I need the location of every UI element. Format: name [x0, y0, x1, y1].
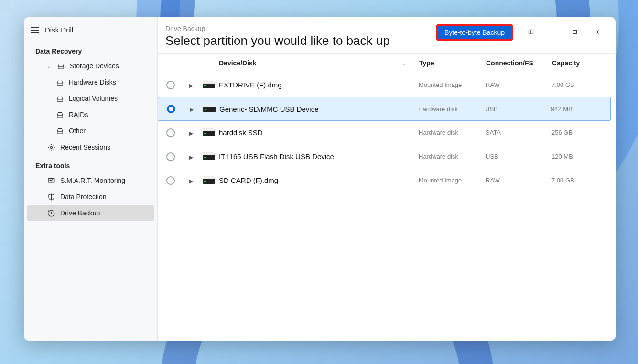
device-name: SD CARD (F).dmg: [219, 176, 278, 184]
sidebar-item-other[interactable]: Other: [27, 123, 154, 139]
sidebar-item-label: Recent Sessions: [60, 143, 110, 151]
sidebar-item-label: Drive Backup: [60, 209, 100, 217]
device-connection: RAW: [479, 177, 545, 184]
chevron-right-icon[interactable]: ▶: [190, 107, 194, 112]
device-capacity: 256 GB: [545, 129, 602, 136]
close-button[interactable]: [586, 25, 608, 39]
sidebar-item-label: Data Protection: [60, 193, 107, 201]
device-type: Mounted Image: [412, 177, 479, 184]
sidebar-item-label: RAIDs: [69, 111, 88, 118]
sidebar-item-label: Logical Volumes: [69, 95, 118, 102]
disk-icon: [55, 110, 64, 119]
maximize-button[interactable]: [564, 25, 586, 39]
sidebar: Disk Drill Data Recovery ⌄ Storage Devic…: [24, 17, 158, 341]
sidebar-item-label: Hardware Disks: [69, 78, 116, 86]
main-header: Drive Backup Select partition you would …: [158, 17, 616, 54]
sidebar-item-recent-sessions[interactable]: Recent Sessions: [27, 139, 154, 155]
app-window: Disk Drill Data Recovery ⌄ Storage Devic…: [24, 17, 616, 341]
device-type: Hardware disk: [411, 106, 478, 113]
row-radio[interactable]: [166, 152, 175, 161]
history-icon: [47, 209, 55, 217]
device-name: IT1165 USB Flash Disk USB Device: [219, 152, 334, 161]
sidebar-item-smart[interactable]: S.M.A.R.T. Monitoring: [27, 173, 154, 188]
docs-icon[interactable]: [520, 25, 542, 39]
chevron-right-icon[interactable]: ▶: [189, 130, 193, 136]
chevron-down-icon: ⌄: [47, 64, 52, 69]
app-title: Disk Drill: [45, 26, 73, 34]
page-title: Select partition you would like to back …: [165, 33, 438, 48]
sidebar-item-label: Other: [69, 127, 86, 135]
device-type: Hardware disk: [412, 153, 479, 160]
table-row[interactable]: ▶ Generic- SD/MMC USB Device Hardware di…: [158, 97, 611, 121]
row-radio[interactable]: [166, 176, 175, 185]
sort-arrow-icon: ↓: [402, 60, 405, 67]
column-header-capacity[interactable]: Capacity: [545, 59, 602, 67]
sidebar-item-hardware-disks[interactable]: Hardware Disks: [27, 75, 154, 90]
sidebar-item-drive-backup[interactable]: Drive Backup: [27, 205, 154, 221]
device-name: EXTDRIVE (F).dmg: [219, 81, 282, 89]
column-header-type[interactable]: Type: [412, 59, 479, 67]
minimize-button[interactable]: [542, 25, 564, 39]
device-type: Mounted Image: [412, 81, 479, 88]
disk-icon: [55, 94, 64, 103]
device-type: Hardware disk: [412, 129, 479, 136]
device-capacity: 7.00 GB: [545, 177, 602, 184]
sidebar-item-logical-volumes[interactable]: Logical Volumes: [27, 91, 154, 106]
sidebar-item-raids[interactable]: RAIDs: [27, 107, 154, 122]
disk-icon: [55, 78, 64, 86]
gear-icon: [47, 143, 55, 151]
row-radio[interactable]: [167, 105, 175, 113]
sidebar-item-storage-devices[interactable]: ⌄ Storage Devices: [27, 58, 154, 74]
column-header-device[interactable]: Device/Disk ↓: [219, 59, 412, 67]
sidebar-item-label: S.M.A.R.T. Monitoring: [60, 177, 125, 184]
chevron-right-icon[interactable]: ▶: [189, 83, 193, 88]
disk-icon: [56, 62, 65, 70]
device-connection: USB: [479, 153, 545, 160]
svg-point-0: [50, 146, 52, 148]
sidebar-header: Disk Drill: [24, 21, 157, 41]
sidebar-section-extra-tools: Extra tools: [24, 155, 157, 172]
chevron-right-icon[interactable]: ▶: [189, 178, 193, 184]
row-radio[interactable]: [166, 128, 175, 137]
drive-icon: [203, 81, 215, 89]
table-row[interactable]: ▶ SD CARD (F).dmg Mounted Image RAW 7.00…: [158, 169, 611, 193]
sidebar-item-data-protection[interactable]: Data Protection: [27, 189, 154, 204]
device-connection: SATA: [479, 129, 545, 136]
table-row[interactable]: ▶ harddisk SSD Hardware disk SATA 256 GB: [158, 121, 611, 145]
column-header-connection[interactable]: Connection/FS: [479, 59, 545, 67]
svg-rect-3: [573, 31, 577, 34]
row-radio[interactable]: [166, 81, 175, 89]
sidebar-item-label: Storage Devices: [70, 62, 119, 70]
monitor-icon: [47, 176, 55, 185]
device-capacity: 7.00 GB: [545, 81, 602, 88]
titlebar-controls: [520, 25, 608, 39]
device-capacity: 942 MB: [544, 106, 602, 113]
chevron-right-icon[interactable]: ▶: [189, 154, 193, 160]
device-table: Device/Disk ↓ Type Connection/FS Capacit…: [158, 54, 616, 341]
breadcrumb: Drive Backup: [165, 25, 438, 32]
table-header-row: Device/Disk ↓ Type Connection/FS Capacit…: [158, 54, 611, 73]
drive-icon: [203, 176, 215, 185]
sidebar-section-data-recovery: Data Recovery: [24, 41, 157, 58]
device-capacity: 120 MB: [545, 153, 602, 160]
device-name: Generic- SD/MMC USB Device: [219, 105, 319, 113]
drive-icon: [203, 152, 215, 161]
menu-icon[interactable]: [31, 27, 39, 33]
table-row[interactable]: ▶ EXTDRIVE (F).dmg Mounted Image RAW 7.0…: [158, 73, 611, 97]
device-connection: RAW: [479, 81, 545, 88]
drive-icon: [203, 128, 215, 137]
table-row[interactable]: ▶ IT1165 USB Flash Disk USB Device Hardw…: [158, 145, 611, 169]
main-panel: Drive Backup Select partition you would …: [158, 17, 616, 341]
drive-icon: [203, 105, 216, 113]
disk-icon: [55, 127, 64, 135]
device-connection: USB: [478, 106, 544, 113]
device-name: harddisk SSD: [219, 128, 263, 137]
column-header-label: Device/Disk: [219, 59, 257, 67]
shield-icon: [47, 193, 55, 201]
byte-to-byte-backup-button[interactable]: Byte-to-byte Backup: [438, 26, 511, 39]
